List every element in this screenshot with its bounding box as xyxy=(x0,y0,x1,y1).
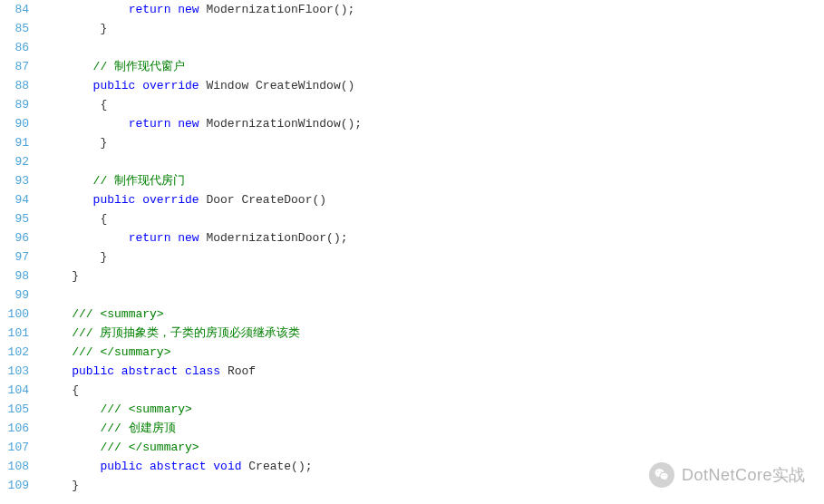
token xyxy=(44,79,93,92)
code-line[interactable]: public abstract void Create(); xyxy=(44,457,824,476)
token xyxy=(44,441,100,454)
token: { xyxy=(44,212,107,226)
token: } xyxy=(44,479,79,492)
line-number: 96 xyxy=(7,228,29,247)
token xyxy=(44,326,72,340)
code-line[interactable]: /// </summary> xyxy=(44,438,824,457)
token-kw: new xyxy=(178,231,199,245)
token-kw: return xyxy=(129,117,171,131)
code-line[interactable]: return new ModernizationFloor(); xyxy=(44,0,824,19)
line-number: 99 xyxy=(7,286,29,305)
code-line[interactable]: { xyxy=(44,381,824,400)
code-line[interactable]: // 制作现代房门 xyxy=(44,171,824,190)
token-kw: void xyxy=(213,460,241,473)
token xyxy=(44,117,129,131)
line-number-gutter: 8485868788899091929394959697989910010110… xyxy=(0,0,40,504)
line-number: 86 xyxy=(7,38,29,57)
token xyxy=(44,3,129,16)
code-line[interactable]: // 制作现代窗户 xyxy=(44,57,824,76)
line-number: 95 xyxy=(7,209,29,228)
code-line[interactable]: /// 房顶抽象类，子类的房顶必须继承该类 xyxy=(44,324,824,343)
token: } xyxy=(44,269,79,283)
token: Roof xyxy=(220,364,256,378)
token-comment: /// </summary> xyxy=(72,345,170,359)
line-number: 93 xyxy=(7,171,29,190)
token xyxy=(44,60,93,73)
token-kw: return xyxy=(129,3,171,16)
code-editor: 8485868788899091929394959697989910010110… xyxy=(0,0,824,504)
token xyxy=(44,364,72,378)
token-comment: /// <summary> xyxy=(100,402,191,416)
line-number: 88 xyxy=(7,76,29,95)
token xyxy=(178,364,185,378)
token: } xyxy=(44,136,107,150)
line-number: 102 xyxy=(7,343,29,362)
line-number: 97 xyxy=(7,247,29,267)
token: { xyxy=(44,383,79,397)
token xyxy=(114,364,121,378)
token-kw: abstract xyxy=(121,364,178,378)
line-number: 89 xyxy=(7,95,29,114)
code-line[interactable]: public abstract class Roof xyxy=(44,362,824,381)
token-kw: public xyxy=(93,193,136,207)
token-comment: /// 创建房顶 xyxy=(100,422,175,435)
token-kw: override xyxy=(142,193,199,207)
token-comment: // 制作现代房门 xyxy=(93,174,185,188)
line-number: 100 xyxy=(7,305,29,324)
code-line[interactable] xyxy=(44,286,824,305)
line-number: 107 xyxy=(7,438,29,457)
line-number: 87 xyxy=(7,57,29,76)
code-line[interactable]: } xyxy=(44,133,824,152)
code-area[interactable]: return new ModernizationFloor(); } // 制作… xyxy=(40,0,824,504)
code-line[interactable]: /// <summary> xyxy=(44,400,824,419)
token: ModernizationFloor(); xyxy=(199,3,355,16)
code-line[interactable]: public override Door CreateDoor() xyxy=(44,190,824,209)
code-line[interactable]: { xyxy=(44,95,824,114)
token xyxy=(44,345,72,359)
token xyxy=(142,460,150,473)
token: Create(); xyxy=(242,460,313,473)
token-kw: public xyxy=(72,364,114,378)
line-number: 91 xyxy=(7,133,29,152)
token-kw: return xyxy=(129,231,171,245)
line-number: 106 xyxy=(7,419,29,438)
line-number: 85 xyxy=(7,19,29,38)
code-line[interactable] xyxy=(44,152,824,171)
token-kw: override xyxy=(142,79,199,92)
code-line[interactable]: return new ModernizationDoor(); xyxy=(44,228,824,247)
code-line[interactable]: /// <summary> xyxy=(44,305,824,324)
token: Window CreateWindow() xyxy=(199,79,355,92)
code-line[interactable]: } xyxy=(44,247,824,267)
token-kw: class xyxy=(185,364,220,378)
line-number: 98 xyxy=(7,267,29,286)
token: { xyxy=(44,98,107,111)
line-number: 94 xyxy=(7,190,29,209)
token-kw: public xyxy=(100,460,142,473)
token: } xyxy=(44,250,107,264)
token-kw: new xyxy=(178,3,199,16)
token-comment: /// 房顶抽象类，子类的房顶必须继承该类 xyxy=(72,326,300,340)
line-number: 103 xyxy=(7,362,29,381)
token xyxy=(44,422,100,435)
line-number: 105 xyxy=(7,400,29,419)
token-comment: /// </summary> xyxy=(100,441,199,454)
line-number: 101 xyxy=(7,324,29,343)
token: ModernizationDoor(); xyxy=(199,231,348,245)
token: ModernizationWindow(); xyxy=(199,117,362,131)
code-line[interactable]: } xyxy=(44,19,824,38)
token: } xyxy=(44,22,107,35)
code-line[interactable]: } xyxy=(44,476,824,495)
code-line[interactable]: { xyxy=(44,209,824,228)
code-line[interactable]: } xyxy=(44,267,824,286)
code-line[interactable]: return new ModernizationWindow(); xyxy=(44,114,824,133)
code-line[interactable] xyxy=(44,38,824,57)
code-line[interactable]: /// </summary> xyxy=(44,343,824,362)
token xyxy=(44,174,93,188)
code-line[interactable]: /// 创建房顶 xyxy=(44,419,824,438)
token: Door CreateDoor() xyxy=(199,193,326,207)
token xyxy=(44,402,100,416)
line-number: 109 xyxy=(7,476,29,495)
code-line[interactable]: public override Window CreateWindow() xyxy=(44,76,824,95)
token-comment: // 制作现代窗户 xyxy=(93,60,185,73)
line-number: 104 xyxy=(7,381,29,400)
